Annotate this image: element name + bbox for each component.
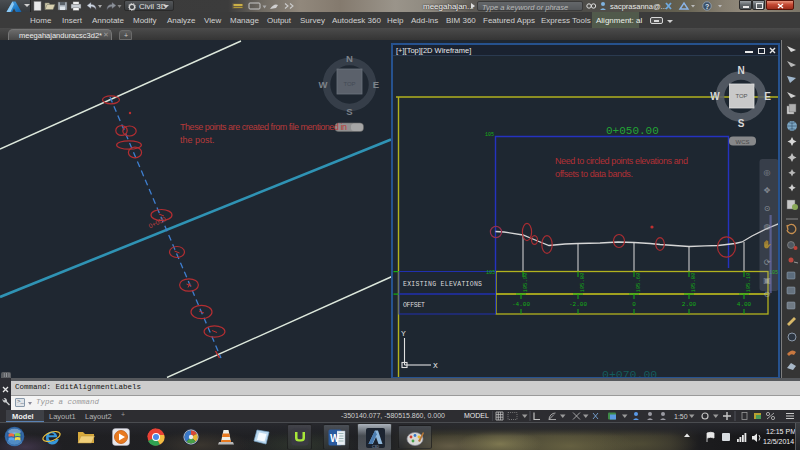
- svg-text:105: 105: [486, 270, 495, 276]
- svg-text:0+070.00: 0+070.00: [602, 368, 657, 377]
- svg-text:105.80: 105.80: [690, 273, 697, 293]
- svg-text:W: W: [330, 433, 340, 444]
- svg-text:W: W: [319, 79, 328, 90]
- svg-text:offsets to data bands.: offsets to data bands.: [555, 169, 633, 179]
- svg-text:X: X: [433, 361, 438, 370]
- svg-text:TOP: TOP: [343, 81, 355, 87]
- svg-text:N: N: [346, 53, 353, 64]
- svg-text:1:50: 1:50: [674, 413, 688, 420]
- svg-text:sacprasanna@...: sacprasanna@...: [610, 2, 667, 11]
- svg-text:the post.: the post.: [180, 135, 215, 145]
- svg-text:⊙: ⊙: [764, 204, 771, 213]
- svg-text:Need to circled points elevati: Need to circled points elevations and: [555, 156, 688, 166]
- svg-text:4.00: 4.00: [737, 301, 752, 308]
- svg-text:✋: ✋: [762, 239, 772, 249]
- svg-text:0+050.00: 0+050.00: [606, 125, 659, 137]
- svg-text:-4.00: -4.00: [512, 301, 530, 308]
- svg-text:?: ?: [705, 3, 709, 10]
- svg-text:EXISTING ELEVATIONS: EXISTING ELEVATIONS: [403, 281, 482, 288]
- svg-text:⟳: ⟳: [764, 258, 771, 267]
- svg-text:E: E: [764, 91, 771, 102]
- svg-text:W: W: [710, 91, 720, 102]
- svg-text:⚙: ⚙: [763, 290, 770, 299]
- svg-text:0: 0: [632, 301, 636, 308]
- svg-text:✥: ✥: [764, 186, 771, 195]
- svg-text:Y: Y: [401, 329, 406, 338]
- svg-text:0+050: 0+050: [147, 215, 167, 229]
- svg-text:◎: ◎: [764, 168, 771, 177]
- svg-text:S: S: [346, 106, 352, 117]
- svg-text:◍: ◍: [764, 222, 771, 231]
- svg-text:2.00: 2.00: [682, 301, 697, 308]
- svg-text:C3D: C3D: [372, 444, 379, 448]
- svg-text:S: S: [738, 118, 745, 129]
- svg-text:-2.00: -2.00: [569, 301, 587, 308]
- svg-text:TOP: TOP: [735, 93, 747, 99]
- svg-text:These points are created from: These points are created from file menti…: [180, 122, 347, 132]
- svg-text:105: 105: [485, 132, 494, 138]
- svg-text:105.10: 105.10: [745, 273, 752, 293]
- svg-text:WCS: WCS: [736, 139, 750, 145]
- svg-text:105.60: 105.60: [635, 273, 642, 293]
- svg-text:E: E: [373, 79, 379, 90]
- svg-text:N: N: [737, 65, 744, 76]
- svg-text:105.80: 105.80: [579, 273, 586, 293]
- svg-text:▣: ▣: [763, 276, 771, 285]
- svg-text:OFFSET: OFFSET: [403, 302, 425, 309]
